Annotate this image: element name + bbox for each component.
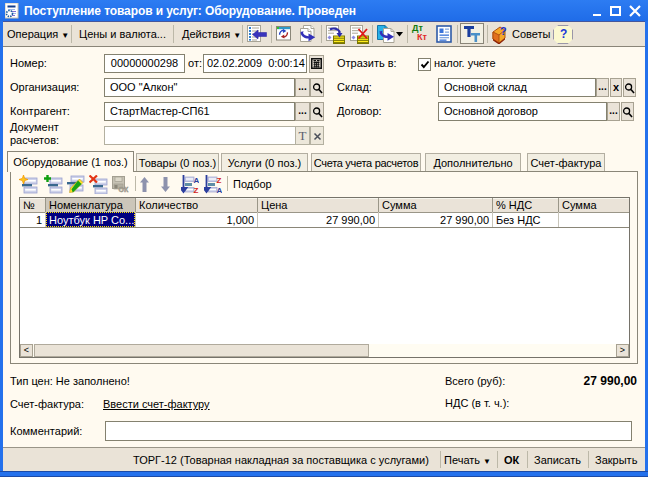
- svg-text:Z: Z: [194, 186, 199, 195]
- svg-text:Z: Z: [217, 176, 222, 185]
- svg-text:A: A: [194, 176, 200, 185]
- svg-text:?: ?: [500, 25, 507, 37]
- svg-text:A: A: [217, 186, 223, 195]
- svg-text:ОК: ОК: [119, 186, 129, 193]
